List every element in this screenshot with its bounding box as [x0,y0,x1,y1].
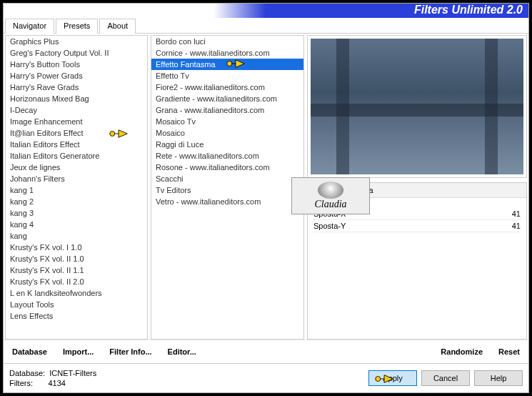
import-button[interactable]: Import... [57,346,99,357]
filter-list[interactable]: Bordo con luciCornice - www.italianedito… [151,35,304,340]
category-column: Graphics PlusGreg's Factory Output Vol. … [5,35,148,340]
reset-button[interactable]: Reset [493,346,526,357]
list-item[interactable]: Rosone - www.italianeditors.com [151,162,303,173]
list-item[interactable]: Lens Effects [6,310,147,322]
list-item[interactable]: Italian Editors Generatore [6,150,147,162]
filters-label: Filters: [9,379,33,387]
main-panel: Graphics PlusGreg's Factory Output Vol. … [4,34,528,340]
randomize-button[interactable]: Randomize [435,346,488,357]
help-button[interactable]: Help [474,370,523,386]
tabbar: Navigator Presets About [4,18,528,34]
list-item[interactable]: Effetto Tv [151,70,303,81]
tab-label: About [107,21,128,30]
list-item[interactable]: Scacchi [151,173,303,184]
list-item[interactable]: kang 1 [6,184,147,196]
status-text: Database: ICNET-Filters Filters: 4134 [9,368,96,388]
list-item[interactable]: Italian Editors Effect [6,139,147,150]
list-item[interactable]: Rete - www.italianeditors.com [151,150,303,162]
editor-button[interactable]: Editor... [162,346,202,357]
apply-button[interactable]: Apply [368,370,417,386]
tab-label: Navigator [13,21,46,30]
parameter-title: Effetto Fantasma [308,183,526,198]
param-value: 41 [512,209,521,218]
list-item[interactable]: Krusty's FX vol. II 2.0 [6,276,147,287]
list-item[interactable]: Image Enhancement [6,116,147,127]
list-item[interactable]: kang 4 [6,219,147,230]
list-item[interactable]: Fiore2 - www.italianeditors.com [151,81,303,93]
status-bar: Database: ICNET-Filters Filters: 4134 Ap… [4,363,528,392]
list-item[interactable]: Graphics Plus [6,36,147,47]
param-row[interactable]: Sposta-Y41 [313,220,521,232]
app-title: Filters Unlimited 2.0 [414,4,523,16]
tab-presets[interactable]: Presets [56,19,98,34]
list-item[interactable]: kang 3 [6,207,147,219]
list-item[interactable]: L en K landksiteofwonders [6,287,147,299]
param-label: Sposta-X [313,209,346,218]
preview-image [311,39,523,174]
list-item[interactable]: Gradiente - www.italianeditors.com [151,93,303,104]
controls-row: Database Import... Filter Info... Editor… [4,340,528,363]
tab-label: Presets [64,21,90,30]
list-item[interactable]: Cornice - www.italianeditors.com [151,47,303,59]
list-item[interactable]: Bordo con luci [151,36,303,47]
list-item[interactable]: kang 2 [6,196,147,207]
category-list[interactable]: Graphics PlusGreg's Factory Output Vol. … [5,35,148,340]
list-item[interactable]: Tv Editors [151,184,303,196]
list-item[interactable]: Layout Tools [6,299,147,310]
list-item[interactable]: Harry's Power Grads [6,70,147,81]
param-value: 41 [512,222,521,230]
tab-about[interactable]: About [99,19,136,34]
param-label: Sposta-Y [313,222,346,230]
list-item[interactable]: Effetto Fantasma [151,59,303,70]
tab-navigator[interactable]: Navigator [5,19,54,34]
list-item[interactable]: Mosaico Tv [151,116,303,127]
list-item[interactable]: kang [6,230,147,242]
filters-unlimited-window: Filters Unlimited 2.0 Navigator Presets … [3,3,529,393]
list-item[interactable]: Grana - www.italianeditors.com [151,104,303,116]
list-item[interactable]: Horizonaus Mixed Bag [6,93,147,104]
filter-column: Bordo con luciCornice - www.italianedito… [151,35,304,340]
list-item[interactable]: I-Decay [6,104,147,116]
cancel-button[interactable]: Cancel [421,370,470,386]
database-button[interactable]: Database [6,346,53,357]
list-item[interactable]: Krusty's FX vol. I 1.0 [6,242,147,253]
list-item[interactable]: Mosaico [151,127,303,139]
filter-info-button[interactable]: Filter Info... [104,346,157,357]
parameter-panel: Effetto Fantasma Sposta-X41Sposta-Y41 [307,182,527,340]
list-item[interactable]: Johann's Filters [6,173,147,184]
preview-column: Effetto Fantasma Sposta-X41Sposta-Y41 [307,35,527,340]
list-item[interactable]: Jeux de lignes [6,162,147,173]
database-value: ICNET-Filters [49,369,96,377]
param-row[interactable]: Sposta-X41 [313,208,521,220]
list-item[interactable]: Greg's Factory Output Vol. II [6,47,147,59]
header-bar: Filters Unlimited 2.0 [4,4,528,18]
list-item[interactable]: Harry's Button Tools [6,59,147,70]
preview-box [307,35,527,178]
list-item[interactable]: Raggi di Luce [151,139,303,150]
database-label: Database: [9,369,45,377]
parameter-grid: Sposta-X41Sposta-Y41 [308,205,526,235]
list-item[interactable]: Krusty's FX vol. II 1.0 [6,253,147,264]
filters-value: 4134 [48,379,65,387]
list-item[interactable]: Harry's Rave Grads [6,81,147,93]
list-item[interactable]: Vetro - www.italianeditors.com [151,196,303,207]
list-item[interactable]: It@lian Editors Effect [6,127,147,139]
list-item[interactable]: Krusty's FX vol. II 1.1 [6,264,147,276]
